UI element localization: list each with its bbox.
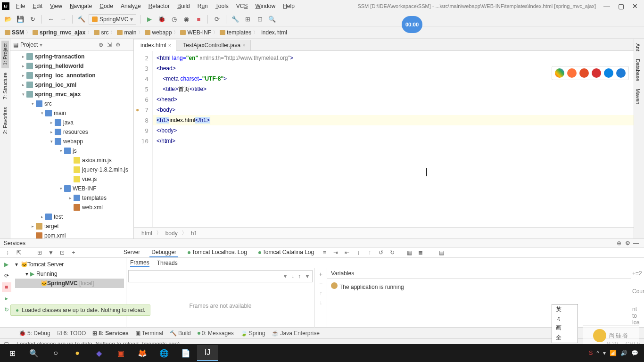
taskbar-app[interactable]: 📄 — [175, 345, 196, 361]
tree-row[interactable]: ▾js — [10, 146, 133, 156]
menu-code[interactable]: Code — [96, 1, 117, 11]
menu-file[interactable]: File — [12, 1, 29, 11]
menu-window[interactable]: Window — [251, 1, 279, 11]
services-tab-debugger[interactable]: Debugger — [149, 248, 178, 257]
editor-tab-index[interactable]: index.html × — [134, 40, 176, 51]
tree-row[interactable]: ▸java — [10, 118, 133, 127]
filter-icon[interactable]: ▼ — [303, 273, 312, 280]
tree-chevron-icon[interactable]: ▾ — [20, 92, 26, 97]
menu-edit[interactable]: Edit — [29, 1, 46, 11]
hide-icon[interactable]: — — [632, 239, 640, 247]
locate-icon[interactable]: ⊕ — [615, 239, 623, 247]
toolbar-icon[interactable]: ↑ — [365, 248, 374, 257]
tree-chevron-icon[interactable]: ▾ — [48, 139, 55, 144]
tree-chevron-icon[interactable]: ▸ — [20, 73, 26, 78]
tray-chevron-icon[interactable]: ^ — [596, 350, 599, 356]
toolbar-icon[interactable]: ▦ — [405, 248, 414, 257]
tree-row[interactable]: ▾WEB-INF — [10, 184, 133, 193]
bottom-tab-spring[interactable]: 🍃 Spring — [240, 330, 265, 337]
tree-row[interactable]: axios.min.js — [10, 156, 133, 165]
bottom-tab-terminal[interactable]: ▣ Terminal — [135, 330, 163, 337]
taskbar-intellij[interactable]: IJ — [197, 345, 218, 361]
debug-icon[interactable]: 🐞 — [157, 14, 167, 25]
nav-crumb[interactable]: webapp — [145, 29, 172, 36]
left-tab-structure[interactable]: 7: Structure — [1, 70, 9, 102]
stop-icon[interactable]: ■ — [2, 282, 11, 292]
services-tab-localhost-log[interactable]: Tomcat Localhost Log — [186, 248, 249, 257]
menu-view[interactable]: View — [46, 1, 66, 11]
nav-crumb[interactable]: SSM — [5, 29, 24, 36]
cortana-button[interactable]: ○ — [45, 345, 66, 361]
tree-chevron-icon[interactable]: ▾ — [39, 111, 45, 115]
make-icon[interactable]: 🔨 — [76, 14, 87, 25]
taskbar-chrome[interactable]: 🌐 — [154, 345, 174, 361]
taskbar-app[interactable]: ● — [67, 345, 88, 361]
subtab-frames[interactable]: Frames — [130, 259, 149, 267]
tree-row[interactable]: ▾src — [10, 99, 133, 108]
toolbar-icon[interactable]: ↺ — [376, 248, 386, 257]
forward-icon[interactable]: → — [58, 14, 68, 25]
project-title[interactable]: ▤ Project ▾ — [13, 41, 97, 48]
update-icon[interactable]: ⟳ — [2, 271, 11, 280]
menu-vcs[interactable]: VCS — [232, 1, 252, 11]
tree-chevron-icon[interactable]: ▸ — [20, 54, 26, 59]
right-tab-database[interactable]: Database — [634, 56, 642, 84]
gear-icon[interactable]: ⚙ — [114, 41, 122, 49]
browser-icon[interactable] — [604, 68, 613, 78]
collapse-icon[interactable]: ⇱ — [14, 248, 24, 257]
menu-navigate[interactable]: Navigate — [66, 1, 96, 11]
tray-notifications-icon[interactable]: 💬 — [631, 350, 638, 356]
tree-chevron-icon[interactable]: ▾ — [29, 101, 36, 106]
menu-build[interactable]: Build — [173, 1, 194, 11]
nav-crumb[interactable]: index.html — [260, 29, 287, 36]
menu-run[interactable]: Run — [194, 1, 212, 11]
tree-row[interactable]: ▸spring-transaction — [10, 52, 133, 61]
project-tree[interactable]: ▸spring-transaction▸spring_helloworld▸sp… — [10, 51, 133, 239]
tree-row[interactable]: ▸spring_ioc_xml — [10, 80, 133, 90]
open-icon[interactable]: 📂 — [3, 14, 13, 25]
nav-down-icon[interactable]: ↓ — [289, 273, 296, 280]
coverage-icon[interactable]: ◷ — [169, 14, 179, 25]
group-icon[interactable]: ⊞ — [35, 248, 44, 257]
view-icon[interactable]: ⊡ — [58, 248, 67, 257]
nav-crumb[interactable]: main — [117, 29, 136, 36]
expand-icon[interactable]: ⇲ — [105, 41, 114, 49]
nav-crumb[interactable]: WEB-INF — [180, 29, 211, 36]
tree-row[interactable]: vue.js — [10, 174, 133, 184]
tree-row[interactable]: web.xml — [10, 203, 133, 212]
close-icon[interactable]: × — [242, 42, 245, 48]
taskbar-firefox[interactable]: 🦊 — [132, 345, 153, 361]
bottom-tab-todo[interactable]: ☑ 6: TODO — [57, 330, 86, 337]
save-icon[interactable]: 💾 — [15, 14, 25, 25]
tray-volume-icon[interactable]: 🔊 — [620, 350, 627, 356]
tree-row[interactable]: ▾spring_mvc_ajax — [10, 90, 133, 99]
sync-icon[interactable]: ↻ — [27, 14, 38, 25]
bottom-tab-javaee[interactable]: ☕ Java Enterprise — [272, 330, 319, 337]
taskbar-app[interactable]: ▣ — [110, 345, 131, 361]
nav-up-icon[interactable]: ↑ — [296, 273, 303, 280]
tree-row[interactable]: ▸spring_helloworld — [10, 61, 133, 71]
firefox-icon[interactable] — [567, 68, 577, 78]
right-tab-ant[interactable]: Ant — [634, 41, 642, 54]
tree-chevron-icon[interactable]: ▸ — [39, 214, 45, 219]
tree-chevron-icon[interactable]: ▸ — [20, 82, 26, 87]
bottom-tab-build[interactable]: 🔨 Build — [170, 330, 191, 337]
menu-refactor[interactable]: Refactor — [145, 1, 173, 11]
tree-row[interactable]: jquery-1.8.2.min.js — [10, 165, 133, 174]
menu-analyze[interactable]: Analyze — [117, 1, 145, 11]
services-tab-catalina-log[interactable]: Tomcat Catalina Log — [256, 248, 316, 257]
run-config-selector[interactable]: SpringMVC ▾ — [89, 14, 136, 25]
opera-icon[interactable] — [592, 68, 601, 78]
tree-row[interactable]: ▸test — [10, 212, 133, 222]
tool1-icon[interactable]: 🔧 — [230, 14, 240, 25]
chrome-icon[interactable] — [555, 68, 564, 78]
services-tree-row[interactable]: ▾▶Running — [15, 269, 124, 279]
toolbar-icon[interactable]: ⇤ — [342, 248, 352, 257]
hide-icon[interactable]: — — [122, 41, 131, 49]
tray-icon[interactable]: ▾ — [603, 350, 606, 356]
back-icon[interactable]: ← — [46, 14, 56, 25]
maximize-button[interactable]: ▢ — [614, 1, 628, 11]
services-tree-row-selected[interactable]: 🐱SpringMVC [local] — [15, 279, 124, 288]
close-icon[interactable]: × — [168, 42, 171, 48]
tree-row[interactable]: ▸templates — [10, 193, 133, 203]
